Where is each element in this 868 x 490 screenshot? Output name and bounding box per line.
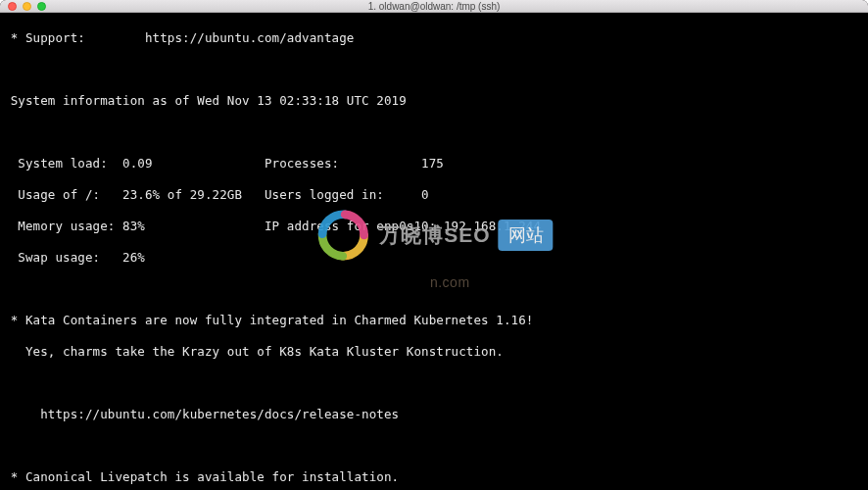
traffic-lights [8,2,46,11]
disk-usage-label: Usage of /: [3,187,100,202]
titlebar: 1. oldwan@oldwan: /tmp (ssh) [0,0,868,13]
users-value: 0 [384,187,429,202]
sys-load-label: System load: [3,156,108,171]
swap-usage-label: Swap usage: [3,250,100,265]
motd-kata-2: Yes, charms take the Krazy out of K8s Ka… [3,344,865,360]
close-icon[interactable] [8,2,17,11]
motd-support-url: https://ubuntu.com/advantage [145,30,355,45]
sys-load-value: 0.09 [108,156,153,171]
swap-usage-value: 26% [100,250,145,265]
maximize-icon[interactable] [37,2,46,11]
motd-kata-url: https://ubuntu.com/kubernetes/docs/relea… [3,407,865,422]
ip-label: IP address for enp0s10: [265,219,436,233]
motd-kata-1: * Kata Containers are now fully integrat… [3,313,865,328]
ip-value: 192.168.1.244 [436,219,541,233]
terminal-window: 1. oldwan@oldwan: /tmp (ssh) * Support: … [0,0,868,490]
disk-usage-value: 23.6% of 29.22GB [100,187,242,202]
processes-value: 175 [339,156,444,171]
users-label: Users logged in: [265,187,384,202]
motd-sysinfo-header: System information as of Wed Nov 13 02:3… [3,93,865,109]
motd-livepatch-1: * Canonical Livepatch is available for i… [3,469,865,485]
mem-usage-label: Memory usage: [3,219,115,233]
motd-support-label: * Support: [3,30,145,45]
terminal-body[interactable]: * Support: https://ubuntu.com/advantage … [0,13,868,490]
minimize-icon[interactable] [23,2,31,11]
processes-label: Processes: [265,156,339,171]
mem-usage-value: 83% [115,219,145,233]
window-title: 1. oldwan@oldwan: /tmp (ssh) [0,1,868,12]
